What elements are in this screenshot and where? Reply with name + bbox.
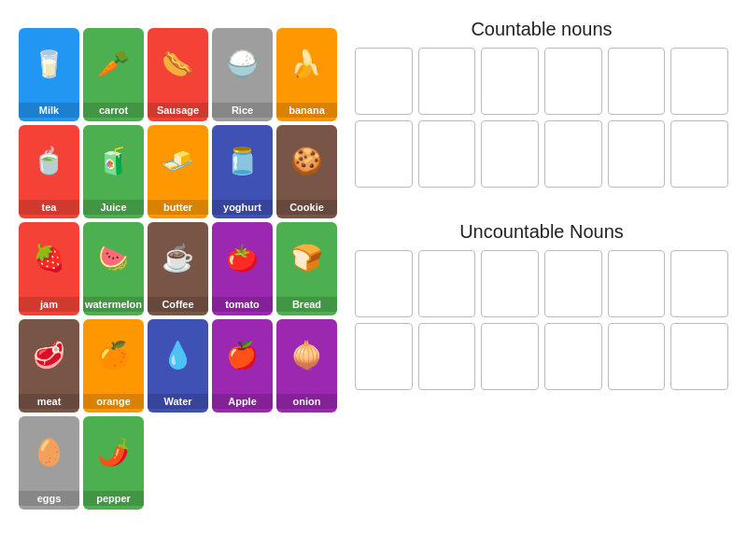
drop-cell[interactable] (608, 250, 666, 317)
drop-cell[interactable] (670, 48, 728, 115)
drop-cell[interactable] (481, 48, 539, 115)
food-item-bread[interactable]: 🍞Bread (276, 222, 337, 315)
drop-cell[interactable] (418, 48, 476, 115)
food-label-bread: Bread (276, 297, 337, 312)
food-item-watermelon[interactable]: 🍉watermelon (83, 222, 144, 315)
drop-cell[interactable] (608, 48, 666, 115)
food-emoji-butter: 🧈 (148, 125, 208, 198)
food-label-milk: Milk (19, 103, 79, 118)
food-label-sausage: Sausage (148, 103, 208, 118)
countable-title: Countable nouns (355, 19, 728, 40)
food-item-sausage[interactable]: 🌭Sausage (148, 28, 208, 121)
food-item-yoghurt[interactable]: 🫙yoghurt (212, 125, 273, 218)
food-label-onion: onion (276, 394, 337, 409)
food-item-jam[interactable]: 🍓jam (19, 222, 79, 315)
drop-cell[interactable] (670, 120, 728, 188)
food-label-pepper: pepper (83, 491, 144, 506)
food-item-butter[interactable]: 🧈butter (148, 125, 208, 218)
food-emoji-pepper: 🌶️ (83, 416, 144, 489)
food-label-coffee: Coffee (148, 297, 208, 312)
food-emoji-water: 💧 (148, 319, 208, 392)
food-emoji-eggs: 🥚 (19, 416, 79, 489)
drop-cell[interactable] (418, 250, 476, 317)
drop-cell[interactable] (481, 323, 539, 390)
food-label-yoghurt: yoghurt (212, 200, 273, 215)
food-label-butter: butter (148, 200, 208, 215)
food-label-tomato: tomato (212, 297, 273, 312)
food-label-cookie: Cookie (276, 200, 337, 215)
food-item-orange[interactable]: 🍊orange (83, 319, 144, 413)
food-emoji-jam: 🍓 (19, 222, 79, 295)
food-label-rice: Rice (212, 103, 273, 118)
drop-cell[interactable] (355, 323, 413, 390)
drop-cell[interactable] (418, 323, 476, 390)
food-label-water: Water (148, 394, 208, 409)
food-emoji-milk: 🥛 (19, 28, 79, 101)
drop-cell[interactable] (608, 323, 666, 390)
food-label-orange: orange (83, 394, 144, 409)
drop-cell[interactable] (544, 120, 602, 188)
food-label-banana: banana (276, 103, 337, 118)
drop-cell[interactable] (544, 250, 602, 317)
food-item-apple[interactable]: 🍎Apple (212, 319, 273, 413)
drop-cell[interactable] (608, 120, 666, 188)
drop-cell[interactable] (355, 250, 413, 317)
food-emoji-onion: 🧅 (276, 319, 337, 392)
food-emoji-meat: 🥩 (19, 319, 79, 392)
food-emoji-juice: 🧃 (83, 125, 144, 198)
drop-cell[interactable] (418, 120, 476, 188)
food-item-tea[interactable]: 🍵tea (19, 125, 79, 218)
food-item-juice[interactable]: 🧃Juice (83, 125, 144, 218)
food-emoji-watermelon: 🍉 (83, 222, 144, 295)
food-emoji-carrot: 🥕 (83, 28, 144, 101)
food-item-cookie[interactable]: 🍪Cookie (276, 125, 337, 218)
drop-cell[interactable] (670, 323, 728, 390)
drop-cell[interactable] (481, 250, 539, 317)
drop-cell[interactable] (544, 323, 602, 390)
uncountable-drop-row-1 (355, 250, 728, 317)
food-item-eggs[interactable]: 🥚eggs (19, 416, 79, 510)
food-emoji-cookie: 🍪 (276, 125, 337, 198)
uncountable-drop-row-2 (355, 323, 728, 390)
drop-cell[interactable] (481, 120, 539, 188)
countable-drop-row-1 (355, 48, 728, 115)
countable-drop-row-2 (355, 120, 728, 188)
drop-cell[interactable] (355, 48, 413, 115)
food-item-water[interactable]: 💧Water (148, 319, 208, 413)
food-label-eggs: eggs (19, 491, 79, 506)
food-emoji-bread: 🍞 (276, 222, 337, 295)
food-emoji-coffee: ☕ (148, 222, 208, 295)
food-item-pepper[interactable]: 🌶️pepper (83, 416, 144, 510)
food-grid-panel: 🥛Milk🥕carrot🌭Sausage🍚Rice🍌banana🍵tea🧃Jui… (0, 0, 345, 560)
food-label-watermelon: watermelon (83, 297, 144, 312)
food-label-carrot: carrot (83, 103, 144, 118)
food-item-onion[interactable]: 🧅onion (276, 319, 337, 413)
food-item-banana[interactable]: 🍌banana (276, 28, 337, 121)
food-emoji-sausage: 🌭 (148, 28, 208, 101)
food-emoji-orange: 🍊 (83, 319, 144, 392)
food-emoji-apple: 🍎 (212, 319, 273, 392)
food-label-apple: Apple (212, 394, 273, 409)
food-emoji-rice: 🍚 (212, 28, 273, 101)
food-label-tea: tea (19, 200, 79, 215)
uncountable-title: Uncountable Nouns (355, 221, 728, 243)
food-item-rice[interactable]: 🍚Rice (212, 28, 273, 121)
food-item-tomato[interactable]: 🍅tomato (212, 222, 273, 315)
food-grid: 🥛Milk🥕carrot🌭Sausage🍚Rice🍌banana🍵tea🧃Jui… (19, 28, 327, 510)
drop-cell[interactable] (544, 48, 602, 115)
food-label-juice: Juice (83, 200, 144, 215)
sort-panel: Countable nouns Uncountable Nouns (345, 0, 747, 560)
food-item-coffee[interactable]: ☕Coffee (148, 222, 208, 315)
food-item-meat[interactable]: 🥩meat (19, 319, 79, 413)
drop-cell[interactable] (355, 120, 413, 188)
food-item-milk[interactable]: 🥛Milk (19, 28, 79, 121)
food-emoji-yoghurt: 🫙 (212, 125, 273, 198)
food-emoji-tea: 🍵 (19, 125, 79, 198)
food-emoji-banana: 🍌 (276, 28, 337, 101)
food-emoji-tomato: 🍅 (212, 222, 273, 295)
food-item-carrot[interactable]: 🥕carrot (83, 28, 144, 121)
food-label-meat: meat (19, 394, 79, 409)
drop-cell[interactable] (670, 250, 728, 317)
food-label-jam: jam (19, 297, 79, 312)
